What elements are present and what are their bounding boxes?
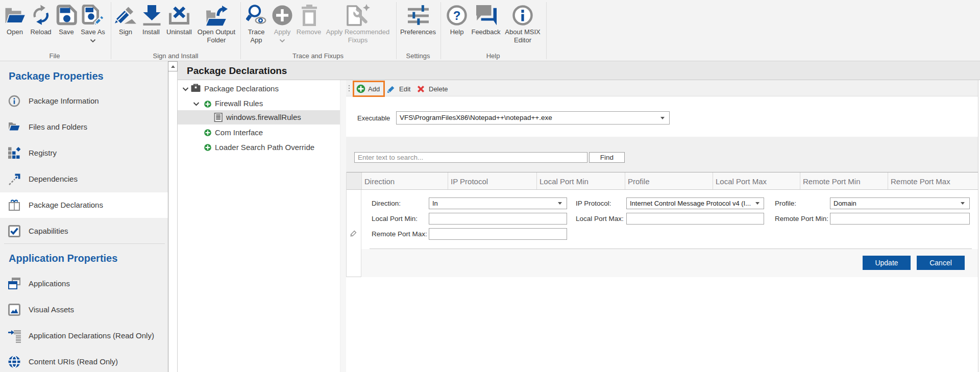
svg-text:?: ? xyxy=(453,9,461,22)
